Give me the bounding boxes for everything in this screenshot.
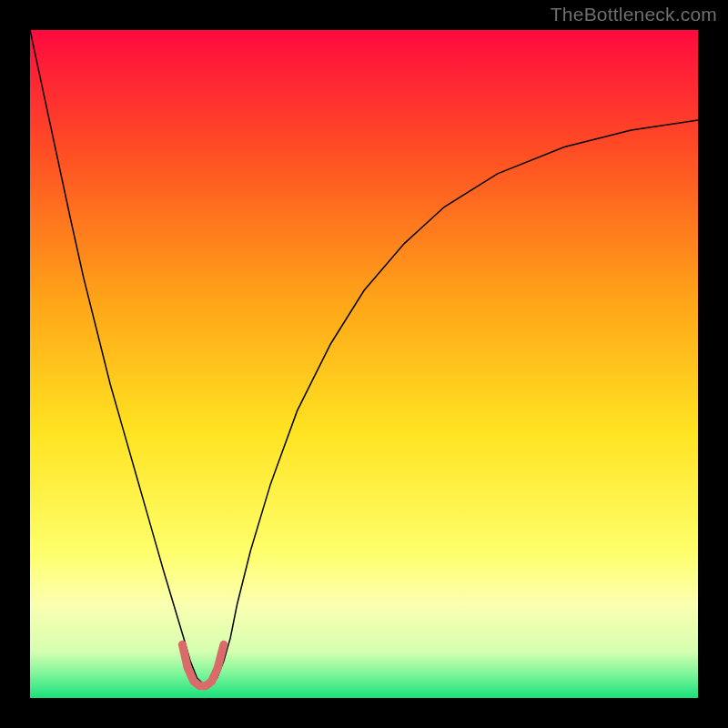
watermark-text: TheBottleneck.com <box>551 4 717 25</box>
chart-background <box>30 30 698 698</box>
chart-svg <box>30 30 698 698</box>
chart-plot-area <box>30 30 698 698</box>
chart-frame: TheBottleneck.com <box>0 0 728 728</box>
